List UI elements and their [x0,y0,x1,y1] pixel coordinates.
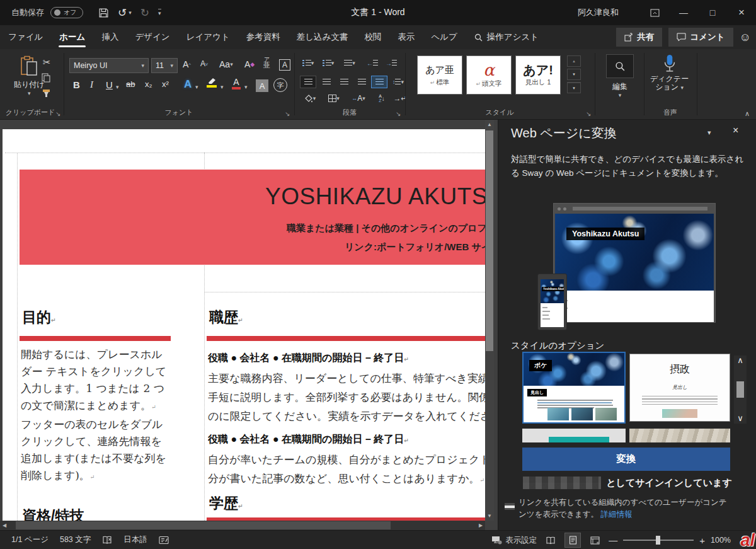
character-shading-button[interactable]: A [256,79,268,92]
font-color-button[interactable]: A [232,77,241,90]
read-mode-button[interactable] [542,533,559,548]
tab-home[interactable]: ホーム [51,25,93,49]
grow-font-button[interactable]: A^ [183,59,191,69]
tab-review[interactable]: 校閲 [356,25,389,49]
document-horizontal-scrollbar[interactable]: ◀ ▶ [0,521,485,530]
style-dropcap[interactable]: α ↵頭文字 [466,55,512,95]
zoom-level[interactable]: 100% [711,536,731,545]
format-painter-button[interactable] [42,88,51,98]
zoom-out-button[interactable]: — [609,535,617,545]
collapse-ribbon-icon[interactable]: ∧ [745,110,750,118]
user-name[interactable]: 阿久津良和 [578,7,619,18]
tab-file[interactable]: ファイル [0,25,51,49]
resume-link-line[interactable]: リンク:ポートフォリオ/WEB サイト [345,241,485,253]
convert-button[interactable]: 変換 [522,448,730,471]
page-count[interactable]: 1/1 ページ [11,535,49,545]
shrink-font-button[interactable]: Av [200,59,208,68]
education-heading[interactable]: 学歴↵ [209,494,243,513]
tab-references[interactable]: 参考資料 [238,25,289,49]
paragraph-dialog-launcher-icon[interactable]: ↘ [396,110,401,117]
zoom-in-button[interactable]: + [699,535,705,546]
cut-button[interactable]: ✂ [43,57,51,68]
objective-body[interactable]: 開始するには、プレースホル ダー テキストをクリックして 入力します。1 つまた… [21,346,203,491]
share-button[interactable]: 共有 [616,28,662,47]
scroll-up-icon[interactable]: ▲ [485,120,494,129]
character-border-button[interactable]: A [279,59,290,71]
align-right-button[interactable] [336,76,352,88]
document-page[interactable]: YOSHIKAZU AKUTSU 職業または業種 | その他のオンラインのプロフ… [3,129,485,521]
autosave-toggle[interactable]: オフ [50,7,83,18]
panel-close-icon[interactable]: × [733,125,738,136]
print-layout-button[interactable] [564,533,581,548]
zoom-slider[interactable] [623,540,694,541]
highlight-caret-icon[interactable]: ▾ [220,84,224,90]
style-options-scrollbar[interactable]: ∧ ∨ [734,355,747,424]
show-marks-button[interactable]: →↵ [392,92,408,105]
styles-gallery-more-icon[interactable]: ▾ [567,82,581,93]
subscript-button[interactable]: x₂ [145,79,152,89]
word-count[interactable]: 583 文字 [60,535,91,545]
scroll-down-icon[interactable]: ▼ [485,511,494,521]
horizontal-scrollbar-thumb[interactable] [16,521,391,529]
zoom-slider-thumb[interactable] [656,536,660,545]
align-left-button[interactable] [300,76,316,88]
web-layout-button[interactable] [587,533,603,548]
underline-caret-icon[interactable]: ▾ [116,84,119,90]
sort-button[interactable]: AZ ↓ [373,92,391,105]
text-effects-button[interactable]: A [184,78,192,91]
phonetic-guide-button[interactable]: ア亜 [263,57,270,68]
copy-button[interactable] [42,73,50,83]
comments-button[interactable]: コメント [668,28,733,47]
font-color-caret-icon[interactable]: ▾ [244,84,248,90]
tab-insert[interactable]: 挿入 [93,25,127,49]
resume-name-title[interactable]: YOSHIKAZU AKUTSU [265,183,485,210]
tab-mailings[interactable]: 差し込み文書 [289,25,357,49]
increase-indent-button[interactable]: → [383,57,399,69]
scroll-right-icon[interactable]: ▶ [476,521,485,530]
language-indicator[interactable]: 日本語 [123,535,147,545]
resume-subtitle[interactable]: 職業または業種 | その他のオンラインのプロフィール [287,222,485,234]
font-size-combo[interactable]: 11 ▾ [151,58,178,73]
document-canvas[interactable]: YOSHIKAZU AKUTSU 職業または業種 | その他のオンラインのプロフ… [0,120,498,530]
enclose-characters-button[interactable]: 字 [273,78,287,92]
paste-button[interactable]: 貼り付け ▾ [14,55,45,96]
styles-scroll-up-icon[interactable]: ▴ [567,55,581,67]
multilevel-list-button[interactable]: ▾ [341,57,358,69]
feedback-smiley-icon[interactable]: ☺ [740,31,751,44]
maximize-button[interactable]: □ [698,0,727,25]
customize-qat-icon[interactable]: ▾ [158,9,161,16]
tab-design[interactable]: デザイン [127,25,178,49]
skills-heading[interactable]: 資格/特技 [22,506,84,521]
text-effects-caret-icon[interactable]: ▾ [195,84,198,90]
close-button[interactable]: × [727,0,756,25]
undo-button[interactable]: ↺ ▾ [118,6,132,20]
work-history-body[interactable]: 役職 ● 会社名 ● 在職期間の開始日 – 終了日↵ 主要な職務内容、リーダーと… [208,349,485,494]
clipboard-dialog-launcher-icon[interactable]: ↘ [55,110,60,117]
style-normal[interactable]: あア亜 ↵標準 [417,55,462,95]
numbering-button[interactable]: ▾ [320,57,336,69]
shading-bucket-button[interactable]: ▾ [300,92,320,105]
styles-scroll-down-icon[interactable]: ∨ [737,415,743,422]
dictate-button[interactable]: ディクテー ション ▾ [650,54,689,92]
font-name-combo[interactable]: Meiryo UI ▾ [69,58,149,73]
style-option-bokeh[interactable]: ボケ 見出し [522,352,626,424]
tab-help[interactable]: ヘルプ [423,25,465,49]
styles-scroll-down-icon[interactable]: ▾ [567,69,581,80]
styles-scrollbar-thumb[interactable] [736,381,744,398]
editing-button[interactable]: 編集 ▾ [606,54,634,98]
panel-menu-caret-icon[interactable]: ▾ [707,129,711,137]
distribute-button[interactable] [371,76,387,88]
tab-view[interactable]: 表示 [389,25,423,49]
strikethrough-button[interactable]: ab [126,79,135,89]
bullets-button[interactable]: ▾ [300,57,316,69]
italic-button[interactable]: I [90,79,93,90]
style-heading1[interactable]: あア! 見出し 1 [515,55,561,95]
minimize-button[interactable]: — [669,0,698,25]
redo-icon[interactable]: ↻ [140,6,149,20]
underline-button[interactable]: U [106,79,113,90]
ime-mode-icon[interactable] [159,536,169,545]
borders-button[interactable]: ▾ [324,92,344,105]
font-dialog-launcher-icon[interactable]: ↘ [285,110,290,117]
style-option-sessei[interactable]: 摂政 見出し [629,354,730,422]
tell-me-search[interactable]: 操作アシスト [474,32,539,43]
